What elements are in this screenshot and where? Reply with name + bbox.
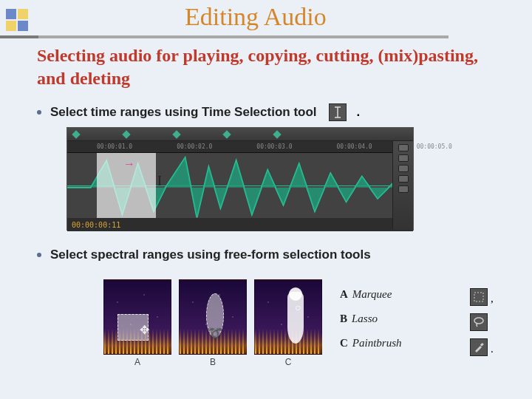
- spectral-example-c: ○ C: [254, 279, 322, 368]
- lasso-tool-icon: [470, 313, 488, 331]
- header-rule-left: [0, 35, 38, 38]
- spectral-example-a: ✥ A: [103, 279, 171, 368]
- time-selection-tool-icon: [329, 103, 347, 121]
- bullet-text: Select spectral ranges using free-form s…: [50, 248, 371, 262]
- tool-legend: A Marquee B Lasso C Paintbrush: [340, 288, 402, 361]
- bullet-spectral-selection: Select spectral ranges using free-form s…: [37, 248, 371, 262]
- slide-corner-logo: [6, 9, 33, 35]
- lasso-selection-icon: [206, 293, 224, 338]
- svg-rect-2: [480, 343, 484, 347]
- svg-rect-0: [474, 293, 483, 301]
- bullet-dot-icon: [37, 110, 41, 115]
- arrow-icon: →: [123, 157, 135, 171]
- bullet-dot-icon: [37, 253, 41, 257]
- ibeam-cursor-icon: I: [157, 174, 162, 189]
- header-rule-right: [38, 35, 449, 38]
- paintbrush-tool-icon: [470, 338, 488, 356]
- comma: ,: [491, 293, 494, 305]
- spectral-example-b: ➰ B: [179, 279, 247, 368]
- section-heading: Selecting audio for playing, copying, cu…: [37, 44, 495, 90]
- marquee-selection-icon: [117, 314, 149, 341]
- waveform-timecode: 00:00:00:11: [67, 218, 413, 231]
- waveform-screenshot: 00:00:01.0 00:00:02.0 00:00:03.0 00:00:0…: [66, 127, 414, 231]
- svg-point-1: [474, 318, 483, 324]
- marquee-tool-icon: [470, 288, 488, 306]
- spectral-examples: ✥ A ➰ B ○ C: [103, 279, 322, 368]
- bullet-text: Select time ranges using Time Selection …: [50, 105, 317, 120]
- paintbrush-selection-icon: [287, 292, 304, 344]
- period: .: [491, 343, 494, 355]
- period: .: [357, 105, 361, 120]
- bullet-time-selection: Select time ranges using Time Selection …: [37, 103, 360, 121]
- page-title: Editing Audio: [185, 3, 327, 31]
